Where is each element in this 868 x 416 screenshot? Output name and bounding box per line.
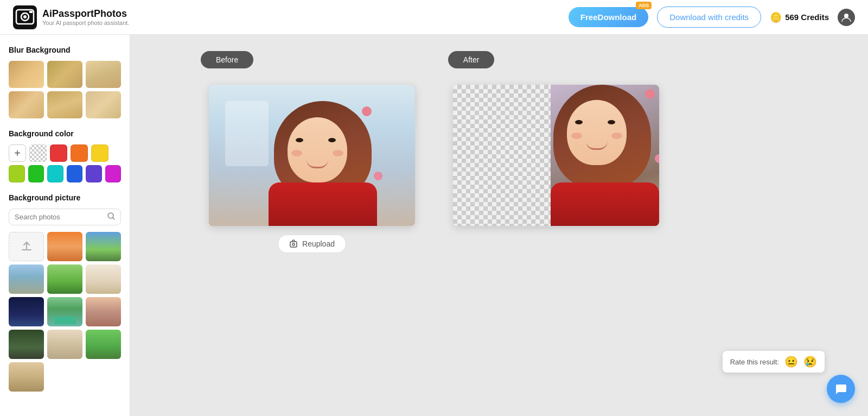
photo-thumb-interior[interactable]	[86, 264, 121, 294]
svg-line-7	[113, 218, 114, 219]
cyan-swatch[interactable]	[47, 165, 63, 182]
chat-button[interactable]	[827, 375, 855, 403]
result-photo	[453, 85, 659, 226]
credits-area: 🪙 569 Credits	[770, 11, 829, 23]
neutral-emoji[interactable]: 😐	[784, 355, 798, 368]
reupload-label: Reupload	[302, 239, 335, 248]
before-image-col: Reupload	[201, 85, 423, 253]
blur-thumb-5[interactable]	[47, 91, 82, 118]
before-label: Before	[201, 51, 253, 68]
svg-rect-4	[29, 11, 33, 13]
blur-thumb-6[interactable]	[86, 91, 121, 118]
rate-label: Rate this result:	[730, 358, 779, 366]
svg-point-3	[23, 15, 27, 18]
color-row2	[9, 165, 121, 182]
photo-thumb-car[interactable]	[47, 297, 82, 326]
photo-thumb-forest[interactable]	[9, 330, 44, 359]
rate-result: Rate this result: 😐 😢	[723, 351, 825, 373]
upload-photo-button[interactable]	[9, 232, 44, 261]
ads-badge: ADS	[636, 2, 652, 9]
blur-grid	[9, 61, 121, 118]
blur-thumb-1[interactable]	[9, 61, 44, 88]
checker-bg	[453, 85, 551, 226]
photo-thumb-tree[interactable]	[86, 232, 121, 261]
color-row1: +	[9, 144, 121, 162]
lime-swatch[interactable]	[9, 165, 25, 182]
picture-section-title: Background picture	[9, 193, 121, 202]
yellow-swatch[interactable]	[91, 144, 108, 162]
photo-thumb-sunset[interactable]	[47, 232, 82, 261]
search-input[interactable]	[15, 213, 107, 221]
svg-point-5	[844, 14, 848, 18]
svg-point-9	[292, 243, 295, 245]
header-right: ADS FreeDownload Download with credits 🪙…	[569, 7, 855, 28]
photo-thumb-mountain[interactable]	[9, 264, 44, 294]
purple-swatch[interactable]	[86, 165, 102, 182]
images-row: Reupload	[201, 85, 797, 253]
orange-swatch[interactable]	[71, 144, 88, 162]
blur-thumb-2[interactable]	[47, 61, 82, 88]
after-label: After	[448, 51, 495, 68]
bg-picture-section: Background picture	[9, 193, 121, 392]
sidebar: Blur Background	[0, 35, 130, 416]
original-photo-inner	[209, 85, 415, 226]
logo-text: AiPassportPhotos Your AI passport photo …	[42, 8, 129, 26]
result-portrait	[551, 85, 659, 226]
photo-thumb-night[interactable]	[9, 297, 44, 326]
blur-section: Blur Background	[9, 46, 121, 118]
original-photo	[209, 85, 415, 226]
app-title: AiPassportPhotos	[42, 8, 129, 20]
photo-grid	[9, 232, 121, 392]
blur-thumb-3[interactable]	[86, 61, 121, 88]
app-subtitle: Your AI passport photo assistant.	[42, 20, 129, 26]
color-section: Background color +	[9, 129, 121, 182]
free-download-button[interactable]: ADS FreeDownload	[569, 7, 648, 27]
transparent-swatch[interactable]	[29, 144, 47, 162]
avatar[interactable]	[838, 9, 855, 26]
reupload-button[interactable]: Reupload	[278, 235, 346, 253]
search-box	[9, 209, 121, 225]
photo-thumb-landscape[interactable]	[86, 297, 121, 326]
header: AiPassportPhotos Your AI passport photo …	[0, 0, 868, 35]
photo-thumb-field[interactable]	[47, 264, 82, 294]
logo-area: AiPassportPhotos Your AI passport photo …	[13, 5, 129, 29]
blur-section-title: Blur Background	[9, 46, 121, 54]
photo-thumb-tree2[interactable]	[9, 362, 44, 392]
color-section-title: Background color	[9, 129, 121, 138]
after-image-col	[445, 85, 667, 226]
red-swatch[interactable]	[50, 144, 67, 162]
green-swatch[interactable]	[28, 165, 44, 182]
photo-thumb-grass[interactable]	[86, 330, 121, 359]
logo-icon	[13, 5, 37, 29]
search-button[interactable]	[107, 212, 115, 222]
download-credits-button[interactable]: Download with credits	[657, 7, 761, 28]
labels-row: Before After	[201, 51, 797, 68]
pink-swatch[interactable]	[105, 165, 122, 182]
sad-emoji[interactable]: 😢	[803, 355, 817, 368]
photo-thumb-door[interactable]	[47, 330, 82, 359]
coin-icon: 🪙	[770, 11, 782, 23]
blur-thumb-4[interactable]	[9, 91, 44, 118]
blue-swatch[interactable]	[67, 165, 83, 182]
credits-count: 569 Credits	[785, 12, 829, 22]
svg-rect-8	[290, 242, 297, 247]
add-color-button[interactable]: +	[9, 144, 26, 162]
